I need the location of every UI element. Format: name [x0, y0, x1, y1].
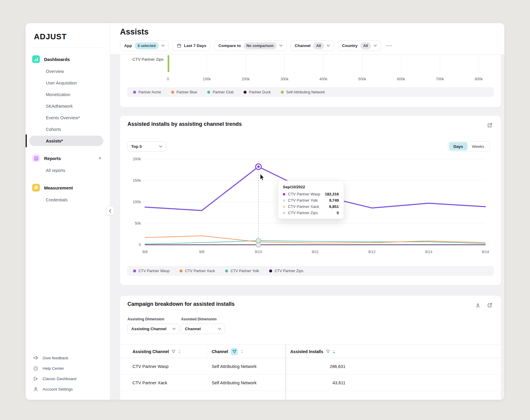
- series-dot: [283, 206, 285, 208]
- legend-dot: [269, 269, 272, 272]
- tooltip-row: CTV Partner Wasp182,316: [283, 192, 339, 196]
- measurement-icon: ★: [32, 184, 40, 192]
- add-report-button[interactable]: +: [96, 155, 103, 162]
- chevron-down-icon: [161, 45, 165, 47]
- toggle-weeks[interactable]: Weeks: [467, 142, 489, 151]
- divider: [33, 47, 103, 48]
- megaphone-icon: [33, 356, 38, 360]
- give-feedback-link[interactable]: Give feedback: [26, 353, 110, 363]
- chevron-down-icon: [279, 45, 283, 47]
- expand-chart-button[interactable]: [487, 122, 493, 129]
- legend-item: CTV Partner Wasp: [133, 269, 169, 273]
- legend-item: Partner Club: [207, 90, 233, 94]
- assisting-dimension-select[interactable]: Assisting Channel: [127, 324, 180, 334]
- card-title: Assisted installs by assisting channel t…: [127, 121, 242, 127]
- legend-dot: [225, 269, 228, 272]
- sidebar-item-events-overview[interactable]: Events Overview*: [26, 112, 110, 123]
- svg-text:9/11: 9/11: [312, 250, 319, 254]
- granularity-toggle: Days Weeks: [448, 141, 490, 151]
- sort-desc-icon[interactable]: [333, 350, 335, 354]
- chevron-down-icon: [159, 145, 162, 148]
- top-n-select[interactable]: Top 5: [127, 141, 166, 152]
- sidebar-item-credentials[interactable]: Credentials: [26, 194, 110, 206]
- column-header-assisting-channel[interactable]: Assisting Channel: [132, 345, 181, 358]
- filter-icon[interactable]: [326, 350, 330, 353]
- page-title: Assists: [120, 27, 149, 37]
- channel-filter[interactable]: Channel All: [291, 40, 334, 51]
- svg-text:9/13: 9/13: [425, 250, 432, 254]
- series-dot: [283, 212, 285, 214]
- country-filter[interactable]: Country All: [338, 40, 381, 51]
- toggle-days[interactable]: Days: [449, 142, 467, 151]
- active-filter-icon[interactable]: [231, 348, 238, 355]
- date-range-filter[interactable]: Last 7 Days: [173, 40, 211, 51]
- svg-text:200k: 200k: [241, 77, 250, 81]
- help-center-link[interactable]: ? Help Center: [26, 363, 110, 374]
- more-filters-button[interactable]: ···: [385, 43, 394, 49]
- cell-assisted-installs: 286,631: [290, 358, 345, 374]
- compare-to-badge: No comparison: [244, 42, 277, 49]
- trends-legend: CTV Partner Wasp CTV Partner Xack CTV Pa…: [127, 266, 494, 276]
- sidebar-section-measurement[interactable]: ★ Measurement: [26, 181, 110, 194]
- svg-text:700k: 700k: [436, 77, 444, 81]
- sidebar-collapse-button[interactable]: [106, 206, 114, 215]
- svg-text:0: 0: [167, 77, 169, 81]
- help-circle-icon: ?: [33, 366, 38, 371]
- series-dot: [283, 199, 285, 202]
- sidebar-item-assists[interactable]: Assists*: [26, 135, 110, 147]
- app-filter-badge: 8 selected: [135, 42, 158, 49]
- cell-assisting-channel: CTV Partner Xack: [132, 374, 167, 391]
- section-label: Dashboards: [44, 57, 103, 62]
- legend-item: Partner Duck: [244, 90, 271, 94]
- bar-chart-legend: Partner Acme Partner Blue Partner Club P…: [127, 87, 494, 97]
- classic-dashboard-link[interactable]: Classic Dashboard: [26, 374, 110, 384]
- legend-dot: [133, 269, 136, 272]
- account-settings-link[interactable]: Account Settings: [26, 384, 110, 394]
- app-filter[interactable]: App 8 selected: [120, 40, 169, 51]
- sidebar-item-monetization[interactable]: Monetization: [26, 89, 110, 100]
- expand-icon: [487, 302, 493, 308]
- cell-channel: Self Attributing Network: [212, 374, 257, 391]
- sidebar-item-overview[interactable]: Overview: [26, 65, 110, 77]
- sidebar-item-user-acquisition[interactable]: User Acquisition: [26, 77, 110, 89]
- assisted-dimension-select[interactable]: Channel: [181, 324, 225, 334]
- sidebar-item-skadnetwork[interactable]: SKAdNetwork: [26, 100, 110, 112]
- main-area: Assists App 8 selected Last 7 Days Compa…: [110, 23, 504, 400]
- bar-chart: 0100k200k300k400k500k600k700k800k: [162, 55, 486, 83]
- svg-text:9/14: 9/14: [482, 250, 489, 254]
- tooltip-row: CTV Partner Zips0: [283, 211, 339, 215]
- chart-tooltip: Sep/10/2022 CTV Partner Wasp182,316 CTV …: [278, 181, 344, 219]
- table-row[interactable]: CTV Partner Xack Self Attributing Networ…: [120, 374, 501, 391]
- section-label: Measurement: [44, 185, 103, 190]
- column-header-assisted-installs[interactable]: Assisted Installs: [290, 345, 335, 358]
- assisted-installs-bar-card: CTV Partner Zips 0100k200k300k400k500k60…: [120, 55, 501, 107]
- table-row[interactable]: CTV Partner Wasp Self Attributing Networ…: [120, 358, 501, 374]
- chevron-down-icon: [374, 45, 377, 47]
- series-dot: [283, 193, 285, 195]
- expand-table-button[interactable]: [487, 302, 493, 309]
- svg-text:9/10: 9/10: [255, 250, 262, 254]
- sidebar-item-all-reports[interactable]: All reports: [26, 164, 110, 176]
- country-badge: All: [360, 42, 371, 49]
- svg-text:100k: 100k: [203, 77, 211, 81]
- breakdown-table: Assisting Channel Channel As: [120, 344, 501, 400]
- column-divider: [206, 344, 207, 358]
- svg-text:500k: 500k: [358, 77, 367, 81]
- legend-dot: [281, 91, 284, 94]
- svg-text:9/12: 9/12: [368, 250, 375, 254]
- compare-to-filter[interactable]: Compare to No comparison: [214, 40, 287, 51]
- chevron-left-icon: [109, 209, 111, 213]
- filter-icon[interactable]: [172, 350, 175, 353]
- svg-text:9/8: 9/8: [142, 250, 147, 254]
- sidebar-section-reports[interactable]: Reports +: [26, 152, 110, 164]
- legend-item: Partner Blue: [171, 90, 197, 94]
- campaign-breakdown-card: Campaign breakdown for assisted installs…: [120, 296, 501, 400]
- sort-icon[interactable]: [241, 350, 243, 354]
- pinned-column-divider: [286, 344, 286, 400]
- download-button[interactable]: [475, 302, 481, 309]
- sort-icon[interactable]: [178, 350, 181, 354]
- assisted-dimension-label: Assisted Dimension: [181, 317, 216, 321]
- sidebar-section-dashboards[interactable]: Dashboards: [26, 53, 110, 65]
- column-header-channel[interactable]: Channel: [212, 345, 243, 358]
- sidebar-item-cohorts[interactable]: Cohorts: [26, 123, 110, 135]
